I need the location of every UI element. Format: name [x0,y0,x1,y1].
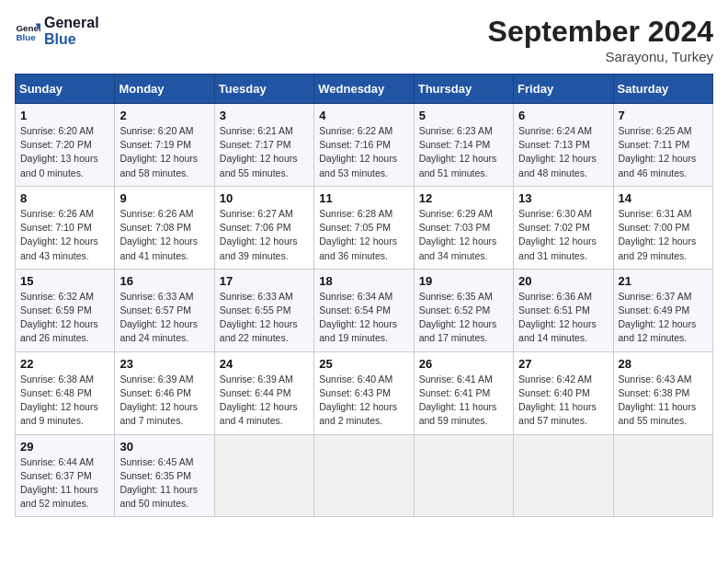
day-number: 22 [20,357,109,371]
day-number: 28 [619,357,708,371]
day-number: 12 [419,191,508,205]
day-detail: Sunrise: 6:20 AM Sunset: 7:19 PM Dayligh… [119,124,209,180]
day-number: 27 [518,357,608,371]
calendar-cell: 6Sunrise: 6:24 AM Sunset: 7:13 PM Daylig… [514,104,613,187]
day-detail: Sunrise: 6:43 AM Sunset: 6:38 PM Dayligh… [619,373,708,429]
day-number: 17 [220,274,309,288]
day-number: 2 [119,109,209,122]
calendar-header-row: SundayMondayTuesdayWednesdayThursdayFrid… [16,75,713,104]
logo-blue: Blue [44,31,99,48]
day-detail: Sunrise: 6:31 AM Sunset: 7:00 PM Dayligh… [619,207,708,263]
day-detail: Sunrise: 6:23 AM Sunset: 7:14 PM Dayligh… [419,124,508,180]
day-number: 23 [119,357,209,371]
day-detail: Sunrise: 6:20 AM Sunset: 7:20 PM Dayligh… [20,124,109,180]
day-detail: Sunrise: 6:33 AM Sunset: 6:55 PM Dayligh… [220,290,309,346]
page-header: General Blue General Blue September 2024… [15,15,713,64]
day-detail: Sunrise: 6:39 AM Sunset: 6:46 PM Dayligh… [119,373,209,429]
calendar-cell: 19Sunrise: 6:35 AM Sunset: 6:52 PM Dayli… [414,269,513,351]
day-detail: Sunrise: 6:32 AM Sunset: 6:59 PM Dayligh… [20,290,109,346]
day-number: 11 [319,191,408,205]
calendar-cell [214,434,313,517]
day-number: 26 [419,357,508,371]
calendar-cell: 4Sunrise: 6:22 AM Sunset: 7:16 PM Daylig… [314,104,414,187]
calendar-cell: 8Sunrise: 6:26 AM Sunset: 7:10 PM Daylig… [16,186,115,269]
day-number: 20 [518,274,608,288]
calendar-cell: 24Sunrise: 6:39 AM Sunset: 6:44 PM Dayli… [214,351,313,434]
calendar-cell: 11Sunrise: 6:28 AM Sunset: 7:05 PM Dayli… [314,186,414,269]
title-block: September 2024 Sarayonu, Turkey [488,15,713,64]
day-number: 7 [619,109,708,122]
calendar-cell: 14Sunrise: 6:31 AM Sunset: 7:00 PM Dayli… [613,186,712,269]
week-row-3: 15Sunrise: 6:32 AM Sunset: 6:59 PM Dayli… [16,269,713,351]
day-detail: Sunrise: 6:44 AM Sunset: 6:37 PM Dayligh… [20,455,109,511]
calendar-cell: 20Sunrise: 6:36 AM Sunset: 6:51 PM Dayli… [514,269,613,351]
calendar-cell: 29Sunrise: 6:44 AM Sunset: 6:37 PM Dayli… [16,434,115,517]
week-row-2: 8Sunrise: 6:26 AM Sunset: 7:10 PM Daylig… [16,186,713,269]
day-detail: Sunrise: 6:42 AM Sunset: 6:40 PM Dayligh… [518,373,608,429]
calendar-cell: 22Sunrise: 6:38 AM Sunset: 6:48 PM Dayli… [16,351,115,434]
day-number: 15 [20,274,109,288]
day-detail: Sunrise: 6:37 AM Sunset: 6:49 PM Dayligh… [619,290,708,346]
calendar-cell: 7Sunrise: 6:25 AM Sunset: 7:11 PM Daylig… [613,104,712,187]
calendar-cell: 5Sunrise: 6:23 AM Sunset: 7:14 PM Daylig… [414,104,513,187]
calendar-cell: 26Sunrise: 6:41 AM Sunset: 6:41 PM Dayli… [414,351,513,434]
col-header-tuesday: Tuesday [214,75,313,104]
calendar-cell: 17Sunrise: 6:33 AM Sunset: 6:55 PM Dayli… [214,269,313,351]
day-detail: Sunrise: 6:33 AM Sunset: 6:57 PM Dayligh… [119,290,209,346]
calendar-cell [613,434,712,517]
day-number: 25 [319,357,408,371]
col-header-saturday: Saturday [613,75,712,104]
day-detail: Sunrise: 6:30 AM Sunset: 7:02 PM Dayligh… [518,207,608,263]
day-number: 10 [220,191,309,205]
week-row-1: 1Sunrise: 6:20 AM Sunset: 7:20 PM Daylig… [16,104,713,187]
day-number: 1 [20,109,109,122]
day-number: 3 [220,109,309,122]
calendar-cell: 21Sunrise: 6:37 AM Sunset: 6:49 PM Dayli… [613,269,712,351]
day-number: 13 [518,191,608,205]
col-header-wednesday: Wednesday [314,75,414,104]
calendar-cell [514,434,613,517]
day-number: 5 [419,109,508,122]
svg-text:Blue: Blue [16,31,36,41]
day-detail: Sunrise: 6:39 AM Sunset: 6:44 PM Dayligh… [220,373,309,429]
day-number: 18 [319,274,408,288]
day-number: 29 [20,440,109,454]
calendar-cell: 3Sunrise: 6:21 AM Sunset: 7:17 PM Daylig… [214,104,313,187]
col-header-thursday: Thursday [414,75,513,104]
day-number: 19 [419,274,508,288]
calendar-cell: 23Sunrise: 6:39 AM Sunset: 6:46 PM Dayli… [115,351,214,434]
day-detail: Sunrise: 6:45 AM Sunset: 6:35 PM Dayligh… [119,455,209,511]
day-number: 21 [619,274,708,288]
day-detail: Sunrise: 6:36 AM Sunset: 6:51 PM Dayligh… [518,290,608,346]
col-header-sunday: Sunday [16,75,115,104]
week-row-4: 22Sunrise: 6:38 AM Sunset: 6:48 PM Dayli… [16,351,713,434]
day-detail: Sunrise: 6:29 AM Sunset: 7:03 PM Dayligh… [419,207,508,263]
logo: General Blue General Blue [15,15,99,47]
calendar-cell: 10Sunrise: 6:27 AM Sunset: 7:06 PM Dayli… [214,186,313,269]
location-subtitle: Sarayonu, Turkey [488,49,713,64]
calendar-cell: 12Sunrise: 6:29 AM Sunset: 7:03 PM Dayli… [414,186,513,269]
week-row-5: 29Sunrise: 6:44 AM Sunset: 6:37 PM Dayli… [16,434,713,517]
day-detail: Sunrise: 6:34 AM Sunset: 6:54 PM Dayligh… [319,290,408,346]
calendar-cell: 1Sunrise: 6:20 AM Sunset: 7:20 PM Daylig… [16,104,115,187]
calendar-cell [414,434,513,517]
calendar-cell: 30Sunrise: 6:45 AM Sunset: 6:35 PM Dayli… [115,434,214,517]
day-number: 24 [220,357,309,371]
calendar-cell: 9Sunrise: 6:26 AM Sunset: 7:08 PM Daylig… [115,186,214,269]
month-title: September 2024 [488,15,713,49]
calendar-cell [314,434,414,517]
day-detail: Sunrise: 6:22 AM Sunset: 7:16 PM Dayligh… [319,124,408,180]
calendar-cell: 2Sunrise: 6:20 AM Sunset: 7:19 PM Daylig… [115,104,214,187]
day-detail: Sunrise: 6:40 AM Sunset: 6:43 PM Dayligh… [319,373,408,429]
calendar-cell: 27Sunrise: 6:42 AM Sunset: 6:40 PM Dayli… [514,351,613,434]
calendar-cell: 25Sunrise: 6:40 AM Sunset: 6:43 PM Dayli… [314,351,414,434]
logo-general: General [44,15,99,31]
day-number: 4 [319,109,408,122]
day-number: 16 [119,274,209,288]
logo-icon: General Blue [15,18,40,44]
calendar-cell: 13Sunrise: 6:30 AM Sunset: 7:02 PM Dayli… [514,186,613,269]
day-detail: Sunrise: 6:26 AM Sunset: 7:10 PM Dayligh… [20,207,109,263]
calendar-table: SundayMondayTuesdayWednesdayThursdayFrid… [15,74,713,517]
day-detail: Sunrise: 6:38 AM Sunset: 6:48 PM Dayligh… [20,373,109,429]
calendar-cell: 16Sunrise: 6:33 AM Sunset: 6:57 PM Dayli… [115,269,214,351]
